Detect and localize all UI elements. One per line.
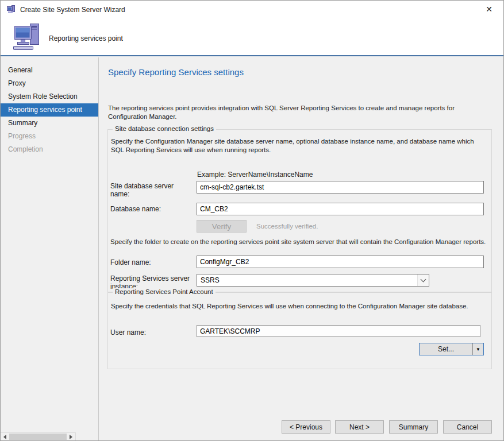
sidebar-separator [98,57,99,441]
folder-name-label: Folder name: [110,258,151,266]
database-name-input[interactable] [197,203,484,215]
computer-icon [12,22,43,55]
folder-name-input[interactable] [197,256,484,268]
sidebar-item-progress[interactable]: Progress [1,130,98,143]
next-button[interactable]: Next > [335,420,384,434]
site-database-group: Site database connection settings Specif… [107,129,492,292]
window-title: Create Site System Server Wizard [20,6,125,14]
page-title: Specify Reporting Services settings [108,67,244,77]
set-account-dropdown-icon[interactable]: ▼ [472,343,483,355]
wizard-window-icon [6,5,16,14]
account-group-title: Reporting Services Point Account [113,288,216,295]
reporting-instance-dropdown[interactable]: SSRS [197,274,429,287]
account-description: Specify the credentials that SQL Reporti… [111,302,487,311]
folder-description: Specify the folder to create on the repo… [110,238,490,246]
verify-button[interactable]: Verify [197,220,247,233]
chevron-down-icon [417,274,429,286]
summary-button[interactable]: Summary [389,420,438,434]
close-button[interactable]: ✕ [480,3,498,16]
scroll-left-icon[interactable] [1,433,9,440]
verify-status-text: Successfully verified. [256,223,318,230]
sidebar-item-general[interactable]: General [1,64,98,77]
server-name-label: Site database server name: [110,182,192,198]
page-intro: The reporting services point provides in… [108,104,492,121]
scroll-right-icon[interactable] [67,433,75,440]
set-account-button-label: Set... [420,343,472,355]
sidebar-item-completion[interactable]: Completion [1,143,98,156]
sidebar-item-summary[interactable]: Summary [1,117,98,130]
site-database-group-title: Site database connection settings [113,125,216,132]
sidebar-horizontal-scrollbar[interactable] [1,432,76,441]
sidebar-item-reporting-services-point[interactable]: Reporting services point [1,103,98,117]
scrollbar-thumb[interactable] [9,434,67,440]
cancel-button[interactable]: Cancel [443,420,492,434]
server-name-input[interactable] [197,181,484,194]
site-database-description: Specify the Configuration Manager site d… [111,137,487,154]
previous-button[interactable]: < Previous [282,420,330,434]
server-name-example: Example: ServerName\InstanceName [197,171,313,179]
wizard-page-subtitle: Reporting services point [49,34,123,42]
wizard-window: Create Site System Server Wizard ✕ Repor… [0,0,504,441]
sidebar-item-system-role-selection[interactable]: System Role Selection [1,90,98,103]
sidebar-item-proxy[interactable]: Proxy [1,77,98,90]
wizard-header: Reporting services point [1,18,503,56]
user-name-input[interactable] [197,325,480,337]
titlebar: Create Site System Server Wizard ✕ [1,1,503,18]
set-account-button[interactable]: Set... ▼ [419,343,484,355]
reporting-instance-value: SSRS [197,276,417,284]
user-name-label: User name: [110,328,146,336]
account-group: Reporting Services Point Account Specify… [107,292,492,369]
database-name-label: Database name: [110,205,161,213]
